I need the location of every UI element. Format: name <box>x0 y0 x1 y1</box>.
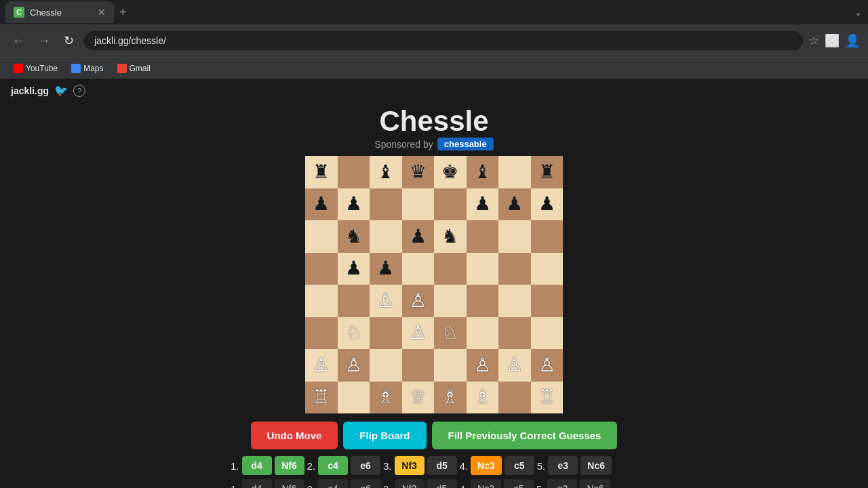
chess-piece: ♞ <box>441 227 458 246</box>
chess-square-e3[interactable]: ♘ <box>434 317 467 350</box>
chess-square-a7[interactable]: ♟ <box>305 188 338 221</box>
bookmark-gmail[interactable]: Gmail <box>112 62 156 75</box>
chess-square-g6[interactable] <box>498 220 531 253</box>
chess-square-g4[interactable] <box>498 285 531 317</box>
chess-square-e6[interactable]: ♞ <box>434 220 467 253</box>
chess-square-f3[interactable] <box>467 317 499 350</box>
extension-icon[interactable]: ⬜ <box>825 33 840 48</box>
chess-square-b8[interactable] <box>338 156 370 188</box>
active-tab[interactable]: C Chessle ✕ <box>5 1 114 23</box>
chess-square-a6[interactable] <box>305 220 338 253</box>
chess-square-f6[interactable] <box>467 220 499 253</box>
chess-square-g5[interactable] <box>498 253 531 285</box>
chess-square-g2[interactable]: ♙ <box>498 349 531 382</box>
move-chip[interactable]: d5 <box>427 456 457 475</box>
chess-square-d1[interactable]: ♕ <box>402 382 435 414</box>
chess-square-h7[interactable]: ♟ <box>531 188 564 221</box>
chess-square-d5[interactable] <box>402 253 435 285</box>
move-chip[interactable]: c5 <box>505 456 534 475</box>
back-button[interactable]: ← <box>8 31 28 51</box>
chess-square-g3[interactable] <box>498 317 531 350</box>
chess-square-e2[interactable] <box>434 349 467 382</box>
chess-square-h8[interactable]: ♜ <box>531 156 564 188</box>
chess-square-e5[interactable] <box>434 253 467 285</box>
chess-square-a1[interactable]: ♖ <box>305 382 338 414</box>
chess-square-b3[interactable]: ♘ <box>338 317 370 350</box>
chess-square-e8[interactable]: ♚ <box>434 156 467 188</box>
chess-square-f1[interactable]: ♗ <box>467 382 499 414</box>
chess-square-d3[interactable]: ♙ <box>402 317 435 350</box>
chess-square-a2[interactable]: ♙ <box>305 349 338 382</box>
chess-square-f8[interactable]: ♝ <box>467 156 499 188</box>
chess-square-c6[interactable] <box>370 220 402 253</box>
chess-square-d7[interactable] <box>402 188 435 221</box>
chess-square-h5[interactable] <box>531 253 564 285</box>
twitter-icon[interactable]: 🐦 <box>54 84 68 97</box>
chess-square-f5[interactable] <box>467 253 499 285</box>
refresh-button[interactable]: ↻ <box>60 30 78 51</box>
chess-square-a5[interactable] <box>305 253 338 285</box>
move-chip[interactable]: c4 <box>318 456 348 475</box>
chess-square-f4[interactable] <box>467 285 499 317</box>
chess-square-g7[interactable]: ♟ <box>498 188 531 221</box>
chess-square-c3[interactable] <box>370 317 402 350</box>
chess-board[interactable]: ♜♝♛♚♝♜♟♟♟♟♟♞♟♞♟♟♙♙♘♙♘♙♙♙♙♙♖♗♕♗♗♖ <box>305 156 563 413</box>
chess-square-b7[interactable]: ♟ <box>338 188 370 221</box>
address-input[interactable] <box>83 31 803 50</box>
chess-square-e7[interactable] <box>434 188 467 221</box>
chess-square-c1[interactable]: ♗ <box>370 382 402 414</box>
chess-square-e1[interactable]: ♗ <box>434 382 467 414</box>
chess-square-h1[interactable]: ♖ <box>531 382 564 414</box>
moves-section: 1.d4Nf62.c4e63.Nf3d54.Nc3c55.e3Nc6 1. d4… <box>231 456 637 488</box>
chess-square-d8[interactable]: ♛ <box>402 156 435 188</box>
move-chip[interactable]: Nc3 <box>471 456 502 475</box>
tab-close-button[interactable]: ✕ <box>98 7 106 18</box>
chess-square-a4[interactable] <box>305 285 338 317</box>
chess-square-d2[interactable] <box>402 349 435 382</box>
chess-square-h6[interactable] <box>531 220 564 253</box>
chess-square-a8[interactable]: ♜ <box>305 156 338 188</box>
move-chip[interactable]: Nc6 <box>580 456 612 475</box>
profile-icon[interactable]: 👤 <box>845 33 860 48</box>
chess-square-h4[interactable] <box>531 285 564 317</box>
chess-square-c5[interactable]: ♟ <box>370 253 402 285</box>
chess-square-d6[interactable]: ♟ <box>402 220 435 253</box>
flip-board-button[interactable]: Flip Board <box>343 422 426 449</box>
forward-button[interactable]: → <box>34 31 54 51</box>
move-chip[interactable]: e3 <box>548 456 578 475</box>
chess-square-c2[interactable] <box>370 349 402 382</box>
sponsor-row: Sponsored by chessable <box>374 138 493 150</box>
star-icon[interactable]: ☆ <box>808 33 819 48</box>
chess-square-d4[interactable]: ♙ <box>402 285 435 317</box>
chess-square-c8[interactable]: ♝ <box>370 156 402 188</box>
new-tab-button[interactable]: + <box>117 3 130 22</box>
chess-square-h3[interactable] <box>531 317 564 350</box>
chess-square-b1[interactable] <box>338 382 370 414</box>
chess-piece: ♙ <box>313 356 330 375</box>
chess-square-c7[interactable] <box>370 188 402 221</box>
move-chip[interactable]: Nf6 <box>275 456 304 475</box>
bookmark-youtube[interactable]: YouTube <box>8 62 63 75</box>
chess-square-g1[interactable] <box>498 382 531 414</box>
help-button[interactable]: ? <box>73 85 85 97</box>
chessable-badge[interactable]: chessable <box>437 138 494 150</box>
chess-square-b2[interactable]: ♙ <box>338 349 370 382</box>
fill-guesses-button[interactable]: Fill Previously Correct Guesses <box>432 422 618 449</box>
move-chip[interactable]: d4 <box>242 456 272 475</box>
chess-square-c4[interactable]: ♙ <box>370 285 402 317</box>
chess-square-b4[interactable] <box>338 285 370 317</box>
chess-square-b6[interactable]: ♞ <box>338 220 370 253</box>
undo-move-button[interactable]: Undo Move <box>251 422 338 449</box>
bookmark-maps[interactable]: Maps <box>66 62 108 75</box>
chess-square-b5[interactable]: ♟ <box>338 253 370 285</box>
chess-square-e4[interactable] <box>434 285 467 317</box>
chess-piece: ♜ <box>538 163 555 182</box>
chess-square-f2[interactable]: ♙ <box>467 349 499 382</box>
move-chip[interactable]: e6 <box>351 456 380 475</box>
chess-square-a3[interactable] <box>305 317 338 350</box>
chess-square-g8[interactable] <box>498 156 531 188</box>
move-chip[interactable]: Nf3 <box>395 456 425 475</box>
chess-square-f7[interactable]: ♟ <box>467 188 499 221</box>
plain-nc6: Nc6 <box>580 479 610 488</box>
chess-square-h2[interactable]: ♙ <box>531 349 564 382</box>
